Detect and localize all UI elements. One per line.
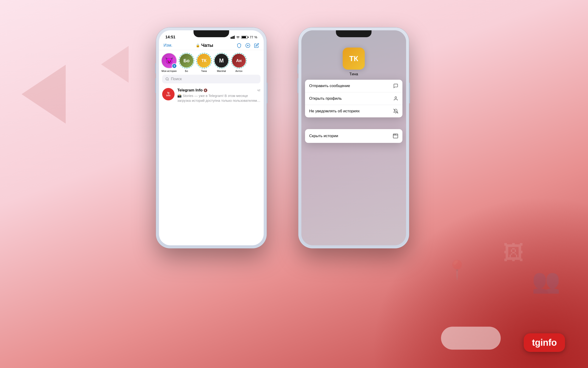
header-action-icons	[237, 43, 259, 48]
phones-container: 14:51	[156, 28, 432, 248]
stories-row: 😈 + Моя история Бо Бо ТК	[159, 50, 264, 74]
tg-header: Изм. 🔒 Чаты	[159, 42, 264, 50]
chat-message: 📸 Stories — уже в Telegram! В этом месяц…	[177, 93, 260, 103]
notch	[194, 30, 229, 37]
story-anton[interactable]: Ан Антон	[231, 53, 247, 72]
search-placeholder-text: Поиск	[171, 77, 182, 81]
mute-stories-label: Не уведомлять об историях	[309, 109, 360, 114]
battery-percent: 77	[250, 35, 253, 39]
wifi-icon	[236, 36, 240, 39]
compose-icon[interactable]	[254, 43, 259, 48]
mute-icon	[393, 109, 398, 114]
chat-content: Telegram Info 🔇 чт 📸 Stories — уже в Tel…	[177, 88, 260, 103]
hide-stories-label: Скрыть истории	[309, 134, 338, 138]
add-channel-icon[interactable]	[245, 43, 250, 48]
svg-point-11	[395, 97, 396, 98]
chats-title: Чаты	[201, 43, 213, 48]
right-phone-screen: ТК Тина Отправить сообщение Открыть проф…	[301, 30, 406, 245]
svg-line-12	[394, 109, 398, 113]
story-bo-label: Бо	[185, 70, 188, 72]
search-bar[interactable]: Поиск	[162, 75, 260, 83]
send-message-label: Отправить сообщение	[309, 84, 350, 88]
hide-stories-icon	[393, 133, 398, 139]
right-notch	[336, 30, 372, 37]
open-profile-icon	[393, 96, 398, 101]
story-marshal-label: Marshal	[217, 70, 226, 72]
context-menu-item-mute[interactable]: Не уведомлять об историях	[305, 105, 402, 117]
volume-down-button[interactable]	[155, 78, 156, 93]
chat-avatar-tginfo: tginfo	[162, 88, 175, 100]
search-icon	[165, 77, 169, 81]
right-volume-down[interactable]	[297, 78, 299, 93]
lock-icon: 🔒	[196, 43, 200, 47]
tginfo-logo-text: tginfo	[532, 337, 557, 348]
mute-icon: 🔇	[203, 88, 207, 92]
right-phone: ТК Тина Отправить сообщение Открыть проф…	[299, 28, 409, 248]
battery-icon	[241, 36, 248, 39]
right-power[interactable]	[409, 83, 410, 103]
bg-arrow-left	[7, 57, 80, 131]
bg-arrow-right	[92, 41, 138, 87]
context-menu-item-profile[interactable]: Открыть профиль	[305, 92, 402, 105]
story-add-button[interactable]: +	[172, 63, 177, 68]
contact-name: Тина	[349, 72, 358, 76]
svg-rect-4	[233, 36, 234, 39]
svg-marker-0	[22, 65, 66, 124]
right-volume-up[interactable]	[297, 64, 299, 74]
story-tina[interactable]: ТК Тина	[196, 53, 212, 72]
edit-button[interactable]: Изм.	[164, 43, 173, 48]
header-title: 🔒 Чаты	[196, 43, 213, 48]
status-icons: 77 %	[231, 35, 257, 39]
power-button[interactable]	[266, 83, 267, 103]
story-bo[interactable]: Бо Бо	[179, 53, 194, 72]
context-menu-item-send[interactable]: Отправить сообщение	[305, 80, 402, 92]
context-menu: Отправить сообщение Открыть профиль Не у…	[305, 80, 402, 117]
tginfo-logo: tginfo	[524, 333, 565, 352]
chat-name: Telegram Info	[177, 88, 202, 92]
cloud-decoration	[441, 327, 501, 350]
story-anton-label: Антон	[235, 70, 243, 72]
deco-photo-icon: 🖼	[503, 241, 524, 265]
deco-location-icon: 📍	[446, 259, 469, 281]
story-my-label: Моя история	[161, 70, 177, 72]
svg-rect-3	[232, 37, 233, 39]
send-message-icon	[393, 83, 398, 88]
left-phone-screen: 14:51	[159, 30, 264, 245]
svg-rect-2	[231, 37, 231, 39]
contact-avatar-large: ТК	[343, 47, 365, 70]
chat-item-telegram-info[interactable]: tginfo Telegram Info 🔇 чт 📸 Stories — уж…	[159, 86, 264, 105]
svg-marker-1	[101, 46, 129, 83]
status-time: 14:51	[165, 35, 175, 39]
context-menu-hide[interactable]: Скрыть истории	[305, 129, 402, 143]
story-my[interactable]: 😈 + Моя история	[161, 53, 177, 72]
svg-point-9	[166, 78, 168, 80]
left-phone: 14:51	[156, 28, 266, 248]
deco-people-icon: 👥	[532, 267, 560, 294]
chat-time: чт	[257, 88, 260, 92]
signal-icon	[231, 36, 235, 39]
story-marshal[interactable]: M Marshal	[214, 53, 229, 72]
shield-icon[interactable]	[237, 43, 242, 48]
tginfo-avatar-text: tginfo	[166, 92, 170, 97]
story-tina-label: Тина	[201, 70, 207, 72]
silent-button[interactable]	[155, 63, 156, 71]
svg-line-10	[168, 80, 169, 80]
open-profile-label: Открыть профиль	[309, 96, 342, 101]
contact-story-card: ТК Тина	[343, 47, 365, 76]
svg-rect-5	[234, 36, 235, 39]
contact-initials: ТК	[349, 55, 358, 63]
